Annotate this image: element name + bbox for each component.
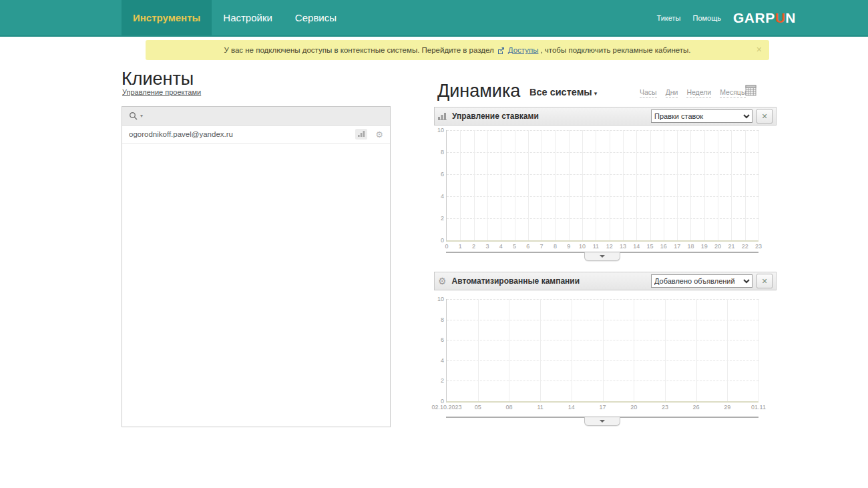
h-gridline <box>447 218 758 219</box>
bids-chart: 0246810012345678910111213141516171819202… <box>434 126 777 250</box>
y-tick-label: 2 <box>433 215 444 222</box>
x-tick-label: 8 <box>554 243 557 250</box>
v-gridline <box>478 299 479 401</box>
x-tick-label: 26 <box>693 404 700 411</box>
nav-tab-services[interactable]: Сервисы <box>284 0 348 35</box>
x-tick-label: 10 <box>579 243 586 250</box>
gear-icon: ⚙ <box>438 276 447 286</box>
logo-prefix: GARP <box>733 10 775 25</box>
v-gridline <box>718 130 718 240</box>
v-gridline <box>596 130 596 240</box>
x-tick-label: 2 <box>472 243 475 250</box>
systems-dropdown-label: Все системы <box>529 87 592 97</box>
period-hours[interactable]: Часы <box>640 88 657 98</box>
client-search-bar[interactable]: ▾ <box>122 107 390 126</box>
calendar-icon[interactable] <box>745 85 756 99</box>
x-tick-label: 23 <box>662 404 668 411</box>
x-tick-label: 14 <box>568 404 575 411</box>
top-nav: Инструменты Настройки Сервисы Тикеты Пом… <box>0 0 868 37</box>
chart-plot: 0246810012345678910111213141516171819202… <box>446 130 758 242</box>
banner-close-icon[interactable]: × <box>756 45 762 54</box>
y-tick-label: 2 <box>433 377 444 384</box>
period-months[interactable]: Месяцы <box>720 88 746 98</box>
campaigns-chart-slider <box>446 417 758 418</box>
access-link[interactable]: Доступы <box>508 46 539 54</box>
manage-projects-link[interactable]: Управление проектами <box>122 88 201 96</box>
x-tick-label: 11 <box>593 243 599 250</box>
v-gridline <box>540 299 541 401</box>
h-gridline <box>447 196 758 197</box>
v-gridline <box>634 299 634 401</box>
client-stats-icon[interactable] <box>355 129 367 140</box>
search-caret-icon: ▾ <box>140 113 143 119</box>
v-gridline <box>541 130 542 240</box>
h-gridline <box>447 174 758 175</box>
nav-tab-instruments[interactable]: Инструменты <box>122 0 212 35</box>
x-tick-label: 16 <box>660 243 667 250</box>
campaigns-panel-header: ⚙ Автоматизированные кампании Добавлено … <box>434 272 777 290</box>
x-tick-label: 20 <box>630 404 637 411</box>
dynamics-title: Динамика <box>437 81 520 101</box>
nav-tab-settings[interactable]: Настройки <box>212 0 284 35</box>
v-gridline <box>582 130 583 240</box>
x-tick-label: 29 <box>724 404 730 411</box>
period-links: Часы Дни Недели Месяцы <box>640 88 746 98</box>
systems-dropdown[interactable]: Все системы▾ <box>529 87 597 97</box>
v-gridline <box>665 299 666 401</box>
v-gridline <box>474 130 475 240</box>
client-settings-icon[interactable]: ⚙ <box>375 130 383 139</box>
export-excel-icon[interactable]: ✕ <box>756 274 773 288</box>
x-tick-label: 6 <box>526 243 529 250</box>
x-tick-label: 3 <box>485 243 489 250</box>
logo-accent: U <box>775 10 786 25</box>
chevron-down-icon <box>600 255 605 258</box>
v-gridline <box>636 130 637 240</box>
y-tick-label: 6 <box>433 171 444 178</box>
v-gridline <box>745 130 746 240</box>
v-gridline <box>572 299 572 401</box>
v-gridline <box>487 130 488 240</box>
garpun-logo[interactable]: GARPUN <box>733 10 796 26</box>
x-tick-label: 23 <box>755 243 762 250</box>
x-tick-label: 1 <box>459 243 462 250</box>
v-gridline <box>569 130 570 240</box>
y-tick-label: 4 <box>433 193 444 200</box>
export-excel-icon[interactable]: ✕ <box>756 109 773 124</box>
v-gridline <box>610 130 610 240</box>
x-tick-label: 05 <box>475 404 481 411</box>
y-tick-label: 8 <box>433 316 444 323</box>
v-gridline <box>664 130 664 240</box>
x-tick-label: 14 <box>633 243 640 250</box>
app-root: Инструменты Настройки Сервисы Тикеты Пом… <box>0 0 868 488</box>
campaigns-metric-select[interactable]: Добавлено объявлений <box>651 274 752 288</box>
y-tick-label: 10 <box>433 127 444 134</box>
client-row-actions: ⚙ <box>355 129 383 140</box>
y-tick-label: 8 <box>433 149 444 156</box>
v-gridline <box>555 130 556 240</box>
bids-panel-header: Управление ставками Правки ставок ✕ <box>434 107 777 126</box>
tickets-link[interactable]: Тикеты <box>656 14 680 22</box>
slider-handle[interactable] <box>584 252 620 261</box>
nav-right: Тикеты Помощь GARPUN <box>656 0 796 35</box>
help-link[interactable]: Помощь <box>692 14 721 22</box>
x-tick-label: 9 <box>567 243 570 250</box>
clients-title: Клиенты <box>122 69 194 89</box>
bids-metric-select[interactable]: Правки ставок <box>651 109 752 123</box>
x-tick-label: 17 <box>599 404 606 411</box>
y-tick-label: 0 <box>433 237 444 244</box>
period-weeks[interactable]: Недели <box>686 88 711 98</box>
v-gridline <box>501 130 501 240</box>
period-days[interactable]: Дни <box>666 88 678 98</box>
v-gridline <box>650 130 651 240</box>
v-gridline <box>690 130 691 240</box>
x-tick-label: 11 <box>537 404 543 411</box>
client-row[interactable]: ogorodnikoff.pavel@yandex.ru ⚙ <box>122 126 390 144</box>
chevron-down-icon <box>600 420 605 423</box>
v-gridline <box>623 130 624 240</box>
x-tick-label: 15 <box>647 243 654 250</box>
v-gridline <box>704 130 705 240</box>
external-link-icon <box>497 47 505 54</box>
slider-handle[interactable] <box>584 417 620 426</box>
y-tick-label: 10 <box>433 296 444 302</box>
x-tick-label: 13 <box>620 243 626 250</box>
